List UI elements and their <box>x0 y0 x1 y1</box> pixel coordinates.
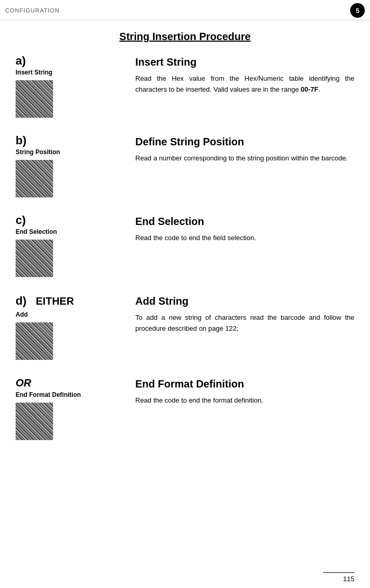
section-c-right: End Selection Read the code to end the f… <box>135 215 354 279</box>
main-content: String Insertion Procedure a) Insert Str… <box>0 20 370 478</box>
section-d-text: To add a new string of characters read t… <box>135 312 354 334</box>
section-b-left: b) String Position <box>16 135 135 199</box>
section-b-barcode <box>16 160 53 197</box>
section-c-text: Read the code to end the field selection… <box>135 233 354 244</box>
section-a-letter: a) <box>16 55 130 67</box>
section-d-sub-label: Add <box>16 311 130 318</box>
section-c: c) End Selection End Selection Read the … <box>16 215 354 279</box>
page-header: CONFIGURATION 5 <box>0 0 370 20</box>
header-title: CONFIGURATION <box>5 7 59 14</box>
section-c-heading: End Selection <box>135 216 354 228</box>
section-b: b) String Position Define String Positio… <box>16 135 354 199</box>
section-d-left: d) EITHER Add <box>16 294 135 361</box>
section-e-sub-label: End Format Definition <box>16 391 130 398</box>
section-a-sub-label: Insert String <box>16 69 130 76</box>
section-a-right: Insert String Read the Hex value from th… <box>135 55 354 119</box>
section-b-right: Define String Position Read a number cor… <box>135 135 354 199</box>
section-c-left: c) End Selection <box>16 215 135 279</box>
section-d: d) EITHER Add Add String To add a new st… <box>16 294 354 361</box>
section-a-left: a) Insert String <box>16 55 135 119</box>
section-d-either: EITHER <box>36 295 74 307</box>
page-number: 115 <box>343 575 354 583</box>
section-c-barcode <box>16 240 53 277</box>
chapter-badge: 5 <box>350 3 365 18</box>
section-b-text: Read a number corresponding to the strin… <box>135 153 354 164</box>
section-a: a) Insert String Insert String Read the … <box>16 55 354 119</box>
section-d-barcode <box>16 322 53 360</box>
section-e-barcode <box>16 403 53 440</box>
section-e-right: End Format Definition Read the code to e… <box>135 377 354 442</box>
section-d-right: Add String To add a new string of charac… <box>135 294 354 361</box>
section-e-or: OR <box>16 377 130 389</box>
section-a-bold: 00-7F <box>301 85 318 93</box>
section-b-letter: b) <box>16 135 130 146</box>
section-e: OR End Format Definition End Format Defi… <box>16 377 354 442</box>
page-title: String Insertion Procedure <box>16 31 354 43</box>
section-d-left-top: d) EITHER <box>16 294 130 309</box>
section-a-heading: Insert String <box>135 56 354 68</box>
section-e-left: OR End Format Definition <box>16 377 135 442</box>
page-footer: 115 <box>323 572 354 583</box>
section-b-sub-label: String Position <box>16 148 130 156</box>
section-a-text: Read the Hex value from the Hex/Numeric … <box>135 73 354 95</box>
section-c-letter: c) <box>16 215 130 226</box>
section-c-sub-label: End Selection <box>16 228 130 235</box>
section-e-heading: End Format Definition <box>135 378 354 390</box>
section-d-heading: Add String <box>135 295 354 307</box>
section-a-barcode <box>16 80 53 118</box>
section-b-heading: Define String Position <box>135 136 354 148</box>
section-d-letter: d) <box>16 295 27 307</box>
section-e-text: Read the code to end the format definiti… <box>135 395 354 406</box>
